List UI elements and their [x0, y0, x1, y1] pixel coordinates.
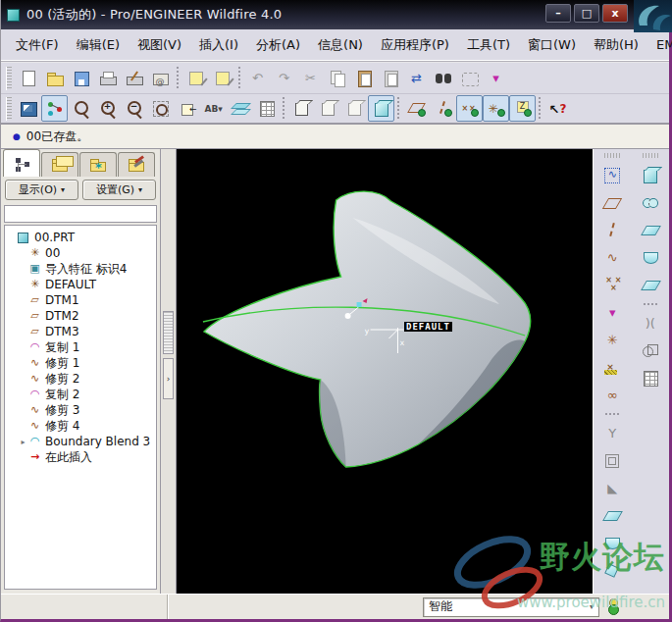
tree-item-insert-here[interactable]: 在此插入: [5, 449, 156, 465]
annotation-note-alt-button[interactable]: [209, 65, 235, 91]
tree-item-trim2[interactable]: 修剪 2: [5, 371, 156, 387]
csys-name-label[interactable]: DEFAULT: [404, 322, 452, 332]
tab-model-tree[interactable]: [3, 149, 40, 177]
menu-info[interactable]: 信息(N): [309, 33, 372, 57]
tree-item-dtm2[interactable]: DTM2: [5, 308, 156, 324]
shell-button[interactable]: [599, 447, 626, 474]
tree-item-copy2[interactable]: 复制 2: [5, 387, 156, 402]
open-button[interactable]: [41, 65, 68, 91]
trim-button[interactable]: )(: [637, 310, 663, 337]
maximize-button[interactable]: □: [574, 4, 599, 23]
dropdown-arrow-icon[interactable]: ▾: [585, 602, 598, 611]
flange-button[interactable]: [599, 502, 626, 529]
menu-edit[interactable]: 编辑(E): [68, 33, 129, 57]
datum-planes-toggle[interactable]: [403, 95, 430, 122]
tree-item-trim1[interactable]: 修剪 1: [5, 355, 156, 371]
datum-csys-toggle[interactable]: [483, 95, 509, 122]
print-button[interactable]: [94, 65, 121, 91]
settings-dropdown-button[interactable]: 设置(G) ▾: [82, 180, 156, 200]
email-button[interactable]: [147, 65, 174, 91]
navigator-sash[interactable]: ›: [161, 149, 177, 594]
menu-analysis[interactable]: 分析(A): [247, 33, 309, 57]
menu-tools[interactable]: 工具(T): [458, 33, 519, 57]
menu-file[interactable]: 文件(F): [7, 33, 68, 57]
select-options-dropdown[interactable]: ▾: [483, 65, 509, 91]
toolbar-grip[interactable]: [643, 153, 658, 158]
view-manager-button[interactable]: [253, 95, 280, 122]
regenerate-button[interactable]: ⇄: [403, 65, 430, 91]
style-surface-button[interactable]: [637, 272, 663, 298]
menu-view[interactable]: 视图(V): [129, 33, 190, 57]
menu-emx[interactable]: EMX 5.0: [647, 34, 672, 55]
title-bar[interactable]: 00 (活动的) - Pro/ENGINEER Wildfire 4.0 – □…: [1, 0, 669, 29]
menu-insert[interactable]: 插入(I): [190, 33, 247, 57]
tab-favorites[interactable]: [79, 152, 117, 177]
paste-special-button[interactable]: [377, 65, 403, 91]
model-canvas[interactable]: y x: [177, 149, 593, 594]
selection-filter-combo[interactable]: 智能 ▾: [423, 597, 599, 617]
point-options-dropdown[interactable]: ▾: [599, 299, 626, 326]
save-button[interactable]: [68, 65, 94, 91]
chain-button[interactable]: ∞: [599, 382, 626, 408]
layers-button[interactable]: [227, 95, 253, 122]
zoom-out-button[interactable]: −: [121, 95, 147, 122]
new-file-button[interactable]: [15, 65, 41, 91]
tree-item-dtm3[interactable]: DTM3: [5, 324, 156, 339]
annotations-toggle[interactable]: [509, 95, 536, 122]
hidden-line-button[interactable]: [315, 95, 341, 122]
zoom-in-button[interactable]: +: [94, 95, 121, 122]
csys-button[interactable]: ✳: [599, 327, 626, 353]
tree-item-00[interactable]: 00: [5, 245, 156, 261]
datum-points-toggle[interactable]: [456, 95, 483, 122]
rib-button[interactable]: ◣: [599, 475, 626, 501]
revolve-button[interactable]: [637, 189, 663, 216]
selection-indicator-icon[interactable]: [607, 598, 618, 615]
tree-item-dtm1[interactable]: DTM1: [5, 292, 156, 308]
datum-axis-button[interactable]: [599, 217, 626, 243]
tree-item-trim4[interactable]: 修剪 4: [5, 418, 156, 434]
select-box-button[interactable]: [456, 65, 483, 91]
tab-folder-browser[interactable]: [41, 152, 78, 177]
round-button[interactable]: [599, 530, 626, 556]
datum-axes-toggle[interactable]: [430, 95, 456, 122]
menu-applications[interactable]: 应用程序(P): [372, 33, 458, 57]
redo-button[interactable]: ↷: [271, 65, 297, 91]
curve-button[interactable]: ∿: [599, 244, 626, 271]
chamfer-button[interactable]: [599, 557, 626, 584]
tab-connections[interactable]: [118, 152, 155, 177]
tree-item-boundary-blend-3[interactable]: ▸ Boundary Blend 3: [5, 434, 156, 449]
draft-button[interactable]: Y: [599, 420, 626, 446]
close-button[interactable]: x: [602, 4, 628, 23]
sweep-button[interactable]: [637, 217, 663, 243]
wireframe-button[interactable]: [288, 95, 315, 122]
tree-item-trim3[interactable]: 修剪 3: [5, 402, 156, 418]
boundary-blend-button[interactable]: [637, 244, 663, 271]
tree-item-copy1[interactable]: 复制 1: [5, 339, 156, 355]
orient-mode-button[interactable]: [68, 95, 94, 122]
print-drawing-button[interactable]: [121, 65, 147, 91]
copy-button[interactable]: [324, 65, 350, 91]
toolbar-grip[interactable]: [6, 97, 12, 121]
shaded-button[interactable]: [368, 95, 394, 122]
saved-views-button[interactable]: [174, 95, 200, 122]
sash-drag-handle[interactable]: [163, 311, 174, 354]
undo-button[interactable]: ↶: [244, 65, 271, 91]
sash-expand-button[interactable]: ›: [163, 358, 174, 399]
tree-item-00prt[interactable]: 00.PRT: [5, 230, 156, 245]
spin-center-button[interactable]: [41, 95, 68, 122]
graphics-viewport[interactable]: y x DEFAULT: [177, 149, 593, 594]
menu-help[interactable]: 帮助(H): [585, 33, 647, 57]
context-help-button[interactable]: [544, 95, 571, 122]
toolbar-grip[interactable]: [604, 153, 620, 158]
no-hidden-button[interactable]: [341, 95, 368, 122]
extrude-button[interactable]: [637, 162, 663, 188]
menu-window[interactable]: 窗口(W): [519, 33, 585, 57]
cut-button[interactable]: ✂: [297, 65, 324, 91]
sketched-point-button[interactable]: [599, 354, 626, 381]
tree-item-import-feature[interactable]: 导入特征 标识4: [5, 261, 156, 277]
find-button[interactable]: [430, 65, 456, 91]
datum-point-button[interactable]: [599, 272, 626, 298]
paste-button[interactable]: [350, 65, 377, 91]
datum-plane-button[interactable]: [599, 189, 626, 216]
repaint-button[interactable]: [15, 95, 41, 122]
